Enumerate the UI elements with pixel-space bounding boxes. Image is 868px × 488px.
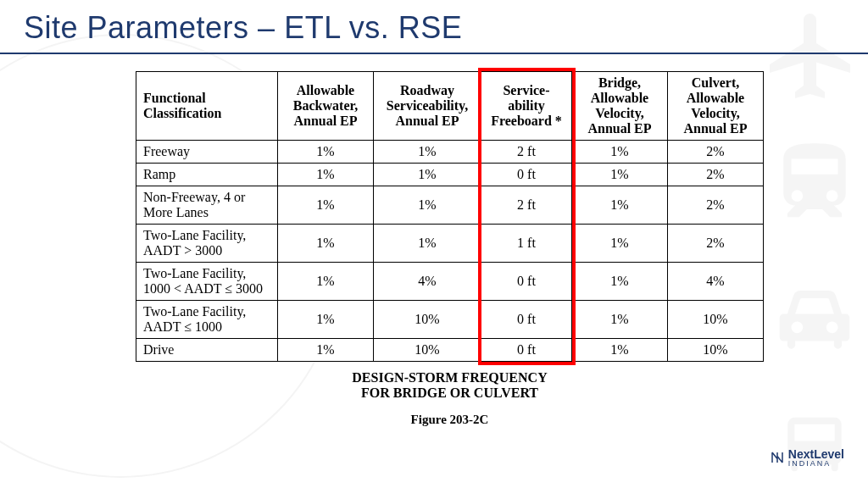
caption-line-1: DESIGN-STORM FREQUENCY — [352, 370, 547, 385]
col-header-freeboard: Service-ability Freeboard * — [481, 72, 572, 141]
design-storm-table: Functional Classification Allowable Back… — [136, 71, 764, 362]
train-icon — [768, 136, 861, 229]
cell-value: 4% — [374, 263, 481, 301]
cell-functional-classification: Non-Freeway, 4 or More Lanes — [136, 186, 278, 225]
caption-line-2: FOR BRIDGE OR CULVERT — [361, 385, 538, 400]
bus-icon — [768, 404, 861, 485]
cell-value: 1% — [278, 339, 374, 362]
airplane-icon — [761, 5, 863, 107]
cell-value: 2% — [668, 186, 764, 225]
cell-value: 2 ft — [481, 186, 572, 225]
cell-value: 2% — [668, 141, 764, 164]
cell-value: 1% — [572, 164, 668, 186]
col-header-roadway-serviceability: Roadway Serviceability, Annual EP — [374, 72, 481, 141]
title-underline — [0, 53, 868, 54]
table-container: Functional Classification Allowable Back… — [136, 71, 764, 427]
cell-value: 1 ft — [481, 225, 572, 263]
cell-value: 1% — [572, 301, 668, 339]
figure-label: Figure 203-2C — [136, 413, 764, 427]
table-row: Non-Freeway, 4 or More Lanes1%1%2 ft1%2% — [136, 186, 764, 225]
table-row: Two-Lane Facility, AADT ≤ 10001%10%0 ft1… — [136, 301, 764, 339]
page-title: Site Parameters – ETL vs. RSE — [24, 10, 462, 46]
col-header-functional-classification: Functional Classification — [136, 72, 278, 141]
cell-value: 1% — [278, 301, 374, 339]
cell-value: 1% — [572, 186, 668, 225]
cell-value: 1% — [572, 263, 668, 301]
cell-value: 2% — [668, 164, 764, 186]
logo-mark-icon — [770, 450, 785, 465]
cell-value: 1% — [374, 225, 481, 263]
cell-value: 10% — [668, 339, 764, 362]
cell-value: 1% — [572, 225, 668, 263]
cell-value: 1% — [278, 141, 374, 164]
cell-value: 0 ft — [481, 263, 572, 301]
car-icon — [768, 271, 861, 364]
cell-value: 1% — [374, 186, 481, 225]
cell-value: 0 ft — [481, 164, 572, 186]
cell-value: 0 ft — [481, 339, 572, 362]
cell-functional-classification: Two-Lane Facility, 1000 < AADT ≤ 3000 — [136, 263, 278, 301]
cell-value: 10% — [668, 301, 764, 339]
cell-functional-classification: Drive — [136, 339, 278, 362]
cell-value: 1% — [278, 225, 374, 263]
table-caption: DESIGN-STORM FREQUENCY FOR BRIDGE OR CUL… — [136, 370, 764, 401]
cell-value: 1% — [278, 263, 374, 301]
cell-value: 1% — [572, 339, 668, 362]
cell-value: 1% — [374, 141, 481, 164]
cell-value: 2 ft — [481, 141, 572, 164]
table-row: Ramp1%1%0 ft1%2% — [136, 164, 764, 186]
cell-value: 10% — [374, 301, 481, 339]
col-header-bridge-velocity: Bridge, Allowable Velocity, Annual EP — [572, 72, 668, 141]
table-row: Freeway1%1%2 ft1%2% — [136, 141, 764, 164]
cell-value: 1% — [374, 164, 481, 186]
cell-functional-classification: Two-Lane Facility, AADT ≤ 1000 — [136, 301, 278, 339]
table-row: Two-Lane Facility, 1000 < AADT ≤ 30001%4… — [136, 263, 764, 301]
cell-value: 1% — [278, 186, 374, 225]
cell-value: 0 ft — [481, 301, 572, 339]
cell-functional-classification: Two-Lane Facility, AADT > 3000 — [136, 225, 278, 263]
cell-value: 1% — [572, 141, 668, 164]
cell-value: 2% — [668, 225, 764, 263]
cell-functional-classification: Freeway — [136, 141, 278, 164]
col-header-backwater: Allowable Backwater, Annual EP — [278, 72, 374, 141]
cell-value: 4% — [668, 263, 764, 301]
table-header-row: Functional Classification Allowable Back… — [136, 72, 764, 141]
cell-functional-classification: Ramp — [136, 164, 278, 186]
table-row: Two-Lane Facility, AADT > 30001%1%1 ft1%… — [136, 225, 764, 263]
table-row: Drive1%10%0 ft1%10% — [136, 339, 764, 362]
cell-value: 10% — [374, 339, 481, 362]
cell-value: 1% — [278, 164, 374, 186]
col-header-culvert-velocity: Culvert, Allowable Velocity, Annual EP — [668, 72, 764, 141]
nextlevel-logo: NextLevel INDIANA — [770, 447, 844, 468]
